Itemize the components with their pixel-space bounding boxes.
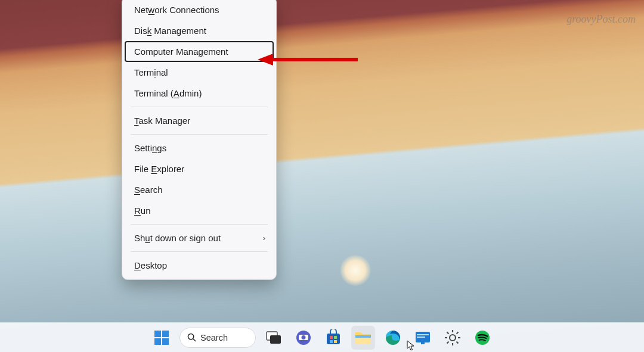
svg-line-33 xyxy=(447,341,449,343)
chevron-right-icon: › xyxy=(263,233,265,242)
menu-item-1[interactable]: Disk Management xyxy=(122,20,276,41)
svg-rect-13 xyxy=(327,334,340,344)
menu-item-0[interactable]: Network Connections xyxy=(122,0,276,20)
watermark: groovyPost.com xyxy=(566,13,636,26)
svg-point-25 xyxy=(450,335,456,341)
chat-icon[interactable] xyxy=(292,326,315,350)
svg-point-12 xyxy=(302,335,306,339)
svg-rect-2 xyxy=(154,331,161,337)
menu-item-2[interactable]: Computer Management xyxy=(125,41,274,62)
menu-item-label: Shut down or sign out xyxy=(134,233,221,243)
svg-rect-23 xyxy=(417,334,429,335)
menu-item-label: Network Connections xyxy=(134,5,219,15)
menu-item-label: Task Manager xyxy=(134,116,190,126)
menu-item-label: Terminal (Admin) xyxy=(134,88,202,98)
file-explorer-icon[interactable] xyxy=(351,326,375,350)
svg-rect-9 xyxy=(270,335,281,344)
svg-rect-17 xyxy=(334,340,337,343)
menu-item-label: Settings xyxy=(134,143,166,153)
svg-rect-3 xyxy=(162,331,169,337)
menu-item-10[interactable]: Search xyxy=(122,179,276,200)
search-pill[interactable]: Search xyxy=(179,328,256,348)
menu-item-8[interactable]: Settings xyxy=(122,138,276,158)
svg-rect-4 xyxy=(154,338,161,345)
menu-item-label: Disk Management xyxy=(134,26,206,36)
menu-item-13[interactable]: Shut down or sign out› xyxy=(122,228,276,248)
menu-item-label: Search xyxy=(134,185,163,195)
menu-item-15[interactable]: Desktop xyxy=(122,255,276,276)
svg-rect-19 xyxy=(355,335,371,338)
menu-item-label: File Explorer xyxy=(134,164,184,174)
spotify-icon[interactable] xyxy=(470,326,494,350)
svg-line-7 xyxy=(193,339,196,341)
menu-item-9[interactable]: File Explorer xyxy=(122,158,276,179)
power-user-menu: Network ConnectionsDisk ManagementComput… xyxy=(122,0,277,280)
svg-rect-15 xyxy=(334,336,337,339)
menu-divider xyxy=(131,107,268,107)
menu-item-3[interactable]: Terminal xyxy=(122,62,276,83)
edge-icon[interactable] xyxy=(381,326,405,350)
svg-rect-14 xyxy=(330,336,333,339)
menu-divider xyxy=(131,134,268,135)
menu-item-11[interactable]: Run xyxy=(122,200,276,221)
menu-item-label: Terminal xyxy=(134,67,168,77)
svg-point-6 xyxy=(188,334,193,339)
settings-icon[interactable] xyxy=(441,326,465,350)
svg-line-31 xyxy=(457,341,459,343)
wallpaper-sun xyxy=(340,255,371,286)
cursor-icon xyxy=(407,340,415,351)
menu-item-6[interactable]: Task Manager xyxy=(122,110,276,131)
svg-rect-16 xyxy=(330,340,333,343)
menu-divider xyxy=(131,251,268,252)
menu-divider xyxy=(131,224,268,225)
menu-item-label: Run xyxy=(134,205,151,216)
desktop: groovyPost.com Network ConnectionsDisk M… xyxy=(0,0,644,352)
svg-rect-5 xyxy=(162,338,169,345)
menu-item-label: Desktop xyxy=(134,260,167,270)
search-icon xyxy=(187,333,196,342)
taskbar: Search xyxy=(0,322,644,352)
svg-line-32 xyxy=(457,332,459,334)
svg-rect-24 xyxy=(417,337,425,338)
task-view-icon[interactable] xyxy=(262,326,286,350)
start-icon[interactable] xyxy=(150,326,174,350)
store-icon[interactable] xyxy=(321,326,345,350)
menu-item-4[interactable]: Terminal (Admin) xyxy=(122,83,276,104)
menu-item-label: Computer Management xyxy=(134,46,228,57)
search-label: Search xyxy=(200,333,228,342)
svg-line-30 xyxy=(447,332,449,334)
svg-rect-22 xyxy=(421,342,425,344)
